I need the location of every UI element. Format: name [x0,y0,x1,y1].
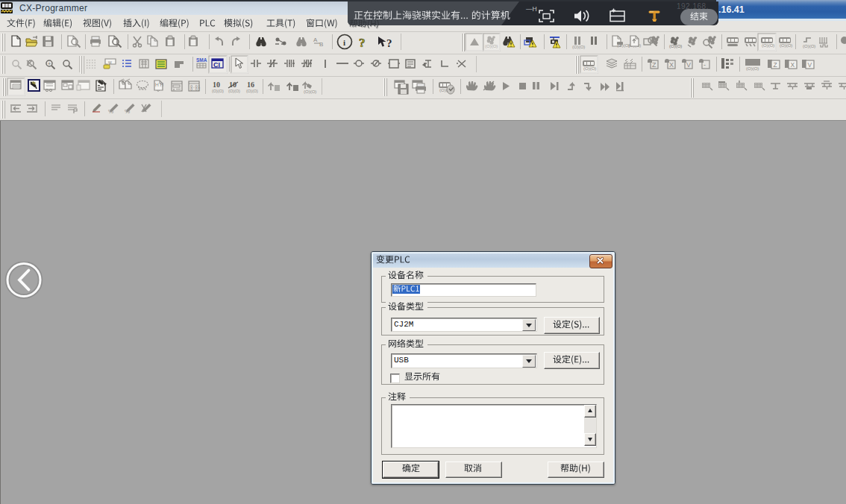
svg-text:(O)(O): (O)(O) [304,89,316,94]
svg-text:V: V [808,61,812,69]
svg-text:10: 10 [229,81,236,89]
svg-text:(O)(O): (O)(O) [583,66,596,71]
svg-text:0.02: 0.02 [190,87,200,92]
svg-text:16: 16 [247,81,254,89]
svg-text:10: 10 [213,81,220,89]
svg-text:V: V [686,61,691,69]
svg-text:(O)(O): (O)(O) [485,44,498,48]
svg-text:-: - [704,61,706,69]
svg-text:Z: Z [652,61,657,69]
svg-text:%: % [125,108,130,115]
svg-text:X: X [791,61,795,69]
svg-text:i: i [343,38,345,47]
svg-text:(O)(O): (O)(O) [212,89,224,93]
svg-text:(O)(O): (O)(O) [803,44,815,48]
svg-text:(O)(O): (O)(O) [669,44,682,48]
svg-text:(O)(O): (O)(O) [246,89,258,93]
svg-text:(O)(O): (O)(O) [762,43,774,48]
svg-text:+: + [48,61,51,66]
svg-text:H H: H H [155,82,164,87]
svg-text:w: w [107,60,112,65]
svg-text:(O)(O): (O)(O) [572,45,585,49]
svg-text:B: B [319,41,323,48]
svg-text:?: ? [386,37,392,49]
svg-text:CI: CI [213,61,220,69]
svg-text:X: X [669,61,674,69]
svg-text:(O)(O): (O)(O) [228,89,240,93]
svg-text:(O)(O): (O)(O) [746,66,759,71]
svg-text:?: ? [359,36,366,50]
svg-text:(O)(O): (O)(O) [780,43,792,48]
svg-text:SMA: SMA [196,57,207,63]
svg-text:Z: Z [774,61,777,69]
svg-text:%: % [108,108,113,115]
svg-text:A: A [313,37,318,43]
